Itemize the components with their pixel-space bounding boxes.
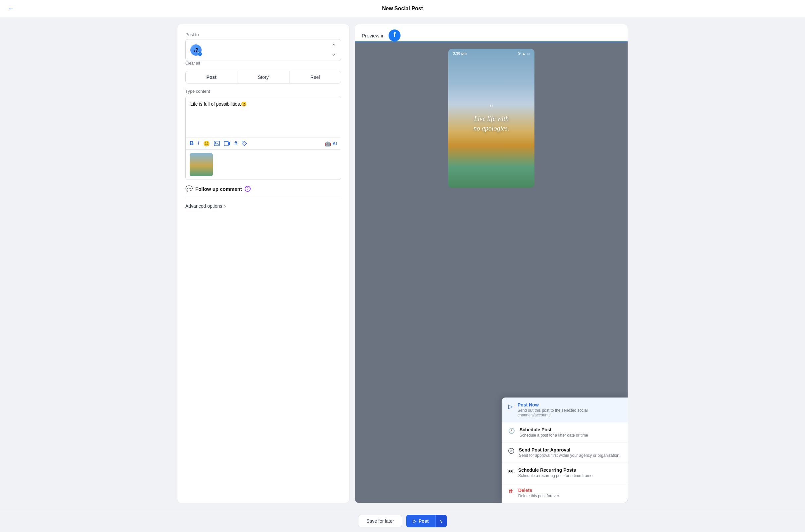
image-icon[interactable]	[214, 141, 220, 146]
schedule-icon: 🕐	[508, 428, 515, 434]
right-panel: Preview in f 3:30 pm ⦿ ▲ ▭	[355, 24, 628, 503]
recurring-icon: ⏭	[508, 468, 514, 474]
signal-icon: ▲	[522, 52, 526, 55]
content-area: Life is full of possibilities.😀 B I 🙂 #	[185, 96, 341, 180]
post-now-icon: ▷	[508, 403, 513, 410]
bottom-bar: Save for later ▷ Post ∨	[0, 510, 805, 532]
delete-desc: Delete this post forever.	[518, 494, 621, 498]
selector-chevron-icon: ⌃⌄	[331, 43, 336, 57]
back-button[interactable]: ←	[8, 5, 15, 12]
top-bar: ← New Social Post	[0, 0, 805, 17]
recurring-title: Schedule Recurring Posts	[518, 468, 621, 473]
post-to-section: Post to 🏖 f ⌃⌄ Clear all	[185, 32, 341, 65]
send-approval-item[interactable]: Send Post for Approval Send for approval…	[501, 442, 628, 463]
ai-label: AI	[332, 141, 337, 146]
post-label: Post	[418, 518, 428, 524]
schedule-desc: Schedule a post for a later date or time	[519, 433, 621, 438]
post-now-title: Post Now	[517, 402, 621, 407]
type-content-label: Type content	[185, 89, 341, 94]
approval-desc: Send for approval first within your agen…	[519, 453, 621, 458]
quote-overlay: " Live life withno apologies.	[448, 49, 534, 188]
delete-item[interactable]: 🗑 Delete Delete this post forever.	[501, 483, 628, 503]
advanced-options[interactable]: Advanced options ›	[185, 203, 341, 209]
svg-point-3	[243, 142, 243, 142]
quote-text: Live life withno apologies.	[473, 114, 509, 133]
approval-title: Send Post for Approval	[519, 447, 621, 453]
phone-mockup: 3:30 pm ⦿ ▲ ▭ " Live life withno apologi…	[448, 49, 534, 188]
facebook-icon[interactable]: f	[388, 30, 401, 41]
delete-icon: 🗑	[508, 488, 514, 494]
clear-all-link[interactable]: Clear all	[185, 61, 341, 65]
bold-icon[interactable]: B	[190, 140, 194, 147]
help-icon[interactable]: ?	[245, 186, 251, 192]
phone-status-icons: ⦿ ▲ ▭	[517, 52, 530, 55]
post-icon: ▷	[413, 518, 417, 524]
action-dropdown: ▷ Post Now Send out this post to the sel…	[501, 398, 628, 503]
advanced-label: Advanced options	[185, 203, 222, 209]
italic-icon[interactable]: I	[198, 140, 199, 147]
approval-icon	[508, 448, 514, 455]
delete-title: Delete	[518, 488, 621, 493]
recurring-desc: Schedule a recurring post for a time fra…	[518, 473, 621, 478]
schedule-title: Schedule Post	[519, 427, 621, 432]
svg-rect-2	[224, 141, 228, 146]
facebook-badge: f	[198, 52, 202, 56]
preview-label: Preview in	[362, 33, 385, 38]
media-thumbnail[interactable]	[190, 153, 213, 176]
avatar: 🏖 f	[190, 44, 202, 56]
post-button[interactable]: ▷ Post	[406, 515, 435, 527]
follow-up-label: Follow up comment	[195, 186, 242, 192]
account-selector[interactable]: 🏖 f ⌃⌄	[185, 39, 341, 61]
content-input[interactable]: Life is full of possibilities.😀	[186, 96, 341, 136]
tab-reel[interactable]: Reel	[290, 71, 341, 83]
tab-story[interactable]: Story	[237, 71, 289, 83]
emoji-icon[interactable]: 🙂	[203, 140, 210, 147]
save-later-button[interactable]: Save for later	[358, 515, 402, 527]
content-section: Type content Life is full of possibiliti…	[185, 89, 341, 180]
wifi-icon: ⦿	[517, 52, 521, 55]
tab-post[interactable]: Post	[186, 71, 237, 83]
post-dropdown-button[interactable]: ∨	[435, 515, 447, 527]
schedule-post-item[interactable]: 🕐 Schedule Post Schedule a post for a la…	[501, 422, 628, 442]
post-now-desc: Send out this post to the selected socia…	[517, 408, 621, 417]
left-panel: Post to 🏖 f ⌃⌄ Clear all Post Story Reel…	[177, 24, 349, 503]
chevron-right-icon: ›	[224, 203, 226, 209]
tag-icon[interactable]	[241, 140, 247, 147]
schedule-recurring-item[interactable]: ⏭ Schedule Recurring Posts Schedule a re…	[501, 463, 628, 483]
media-preview-area	[186, 149, 341, 179]
follow-up-section[interactable]: 💬 Follow up comment ?	[185, 185, 341, 192]
divider	[185, 198, 341, 198]
video-icon[interactable]	[224, 141, 231, 146]
preview-image: " Live life withno apologies.	[448, 49, 534, 188]
post-type-tabs: Post Story Reel	[185, 71, 341, 83]
phone-time: 3:30 pm	[453, 51, 467, 55]
battery-icon: ▭	[527, 52, 530, 55]
preview-body: 3:30 pm ⦿ ▲ ▭ " Live life withno apologi…	[355, 42, 628, 503]
page-title: New Social Post	[382, 6, 423, 12]
editor-toolbar: B I 🙂 # 🤖 AI	[186, 137, 341, 149]
post-now-item[interactable]: ▷ Post Now Send out this post to the sel…	[501, 398, 628, 422]
hashtag-icon[interactable]: #	[234, 140, 237, 147]
post-button-group: ▷ Post ∨	[406, 515, 446, 527]
main-content: Post to 🏖 f ⌃⌄ Clear all Post Story Reel…	[170, 17, 635, 510]
post-to-label: Post to	[185, 32, 341, 37]
preview-header: Preview in f	[355, 24, 628, 42]
quote-marks: "	[490, 103, 493, 113]
comment-icon: 💬	[185, 185, 193, 192]
ai-button[interactable]: 🤖 AI	[325, 140, 337, 147]
